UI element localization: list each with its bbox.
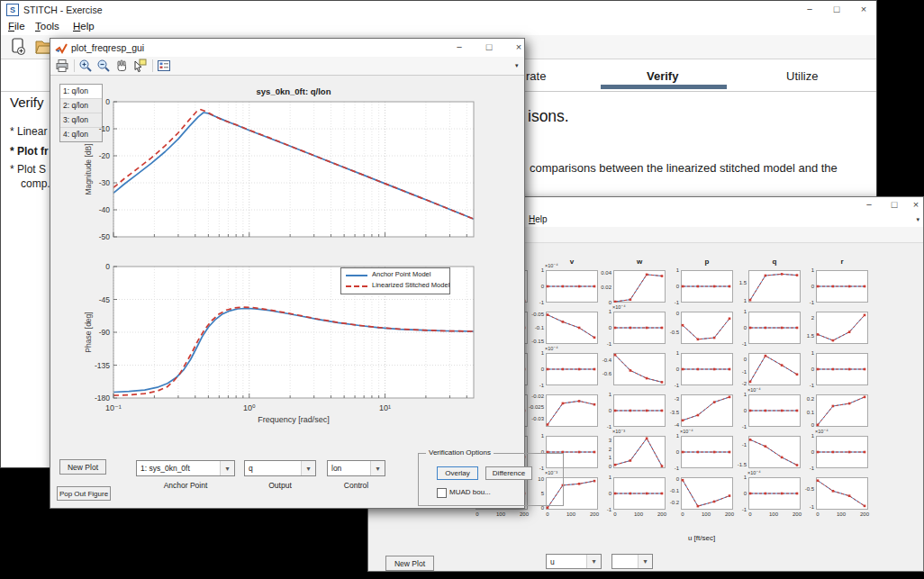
main-window-title: STITCH - Exercise bbox=[23, 5, 103, 15]
chevron-down-icon: ▾ bbox=[370, 461, 385, 475]
stitch-app-icon: S bbox=[6, 4, 19, 16]
legend-icon[interactable] bbox=[157, 59, 171, 73]
output-dropdown[interactable]: q ▾ bbox=[244, 460, 316, 476]
x-tick-label: 100 bbox=[494, 511, 508, 517]
plot-legend: Anchor Point Model Linearized Stitched M… bbox=[340, 267, 450, 294]
anchor-point-dropdown[interactable]: 1: sys_0kn_0ft ▾ bbox=[136, 460, 235, 476]
close-button[interactable]: × bbox=[506, 39, 531, 56]
menu-help[interactable]: Help bbox=[73, 21, 95, 32]
grid-x-axis-label: u [ft/sec] bbox=[639, 534, 765, 542]
svg-text:10⁻¹: 10⁻¹ bbox=[105, 403, 122, 412]
svg-text:Phase [deg]: Phase [deg] bbox=[84, 312, 93, 352]
tab-utilize[interactable]: Utilize bbox=[786, 69, 818, 83]
new-plot-button[interactable]: New Plot bbox=[385, 556, 434, 571]
close-button[interactable]: × bbox=[851, 1, 876, 18]
close-button[interactable]: × bbox=[908, 196, 924, 213]
zoom-in-icon[interactable] bbox=[78, 59, 93, 73]
toolbar-separator bbox=[74, 59, 75, 72]
bullet-marker: * bbox=[10, 145, 14, 158]
maximize-button[interactable]: □ bbox=[884, 196, 904, 213]
print-icon[interactable] bbox=[55, 59, 69, 73]
legend-label: Anchor Point Model bbox=[372, 270, 430, 278]
zoom-out-icon[interactable] bbox=[96, 59, 111, 73]
chevron-down-icon: ▾ bbox=[638, 555, 652, 568]
legend-label: Linearized Stitched Model bbox=[372, 281, 449, 289]
svg-text:10⁰: 10⁰ bbox=[243, 403, 256, 412]
x-tick-label: 100 bbox=[834, 511, 848, 517]
anchor-line-sample bbox=[346, 275, 367, 276]
muad-bounds-checkbox[interactable] bbox=[437, 488, 447, 498]
x-tick-label: 200 bbox=[857, 511, 872, 517]
sidebar-bullet: * Plot fr bbox=[10, 145, 49, 158]
minimize-button[interactable]: − bbox=[797, 1, 822, 18]
svg-text:-50: -50 bbox=[99, 232, 111, 241]
control-label: Control bbox=[327, 481, 385, 490]
main-menubar: File Tools Help bbox=[1, 19, 876, 36]
svg-text:sys_0kn_0ft: q/lon: sys_0kn_0ft: q/lon bbox=[257, 86, 331, 96]
maximize-button[interactable]: □ bbox=[824, 1, 849, 18]
svg-text:-135: -135 bbox=[95, 361, 110, 370]
matlab-figure-icon bbox=[55, 41, 68, 54]
new-model-icon[interactable] bbox=[10, 38, 28, 56]
svg-text:0: 0 bbox=[105, 97, 110, 106]
anchor-point-label: Anchor Point bbox=[136, 481, 235, 490]
x-tick-label: 100 bbox=[766, 511, 781, 517]
svg-text:Magnitude [dB]: Magnitude [dB] bbox=[84, 143, 93, 195]
svg-text:-20: -20 bbox=[99, 151, 111, 160]
svg-text:-45: -45 bbox=[99, 295, 111, 304]
minimize-button[interactable]: − bbox=[447, 39, 472, 56]
verification-options-title: Verification Options bbox=[426, 448, 494, 457]
plot-freqresp-window: plot_freqresp_gui − □ × bbox=[50, 38, 525, 509]
chevron-down-icon: ▾ bbox=[301, 461, 315, 475]
x-tick-label: 100 bbox=[564, 511, 578, 517]
x-tick-label: 0 bbox=[470, 511, 485, 517]
overlay-button[interactable]: Overlay bbox=[437, 466, 478, 480]
main-titlebar: S STITCH - Exercise − □ × bbox=[1, 1, 876, 20]
tab-generate-partial[interactable]: rate bbox=[526, 69, 546, 83]
svg-text:Frequency [rad/sec]: Frequency [rad/sec] bbox=[258, 415, 330, 424]
x-tick-label: 0 bbox=[811, 511, 825, 517]
maximize-button[interactable]: □ bbox=[476, 39, 502, 56]
bullet-marker: * bbox=[10, 163, 14, 176]
svg-text:-180: -180 bbox=[95, 394, 110, 403]
x-tick-label: 100 bbox=[631, 511, 646, 517]
toolbar-overflow-icon[interactable]: ▾ bbox=[515, 62, 519, 69]
minimize-button[interactable]: − bbox=[859, 196, 879, 213]
mini-plot: 0-0.1-0.20100200 bbox=[663, 470, 733, 520]
toolbar-overflow-icon[interactable]: ▾ bbox=[916, 216, 919, 223]
x-tick-label: 100 bbox=[699, 511, 713, 517]
svg-text:10¹: 10¹ bbox=[379, 403, 391, 412]
freqresp-toolbar: ▾ bbox=[50, 57, 524, 76]
bullet-marker: * bbox=[10, 125, 14, 138]
mini-plot: -0.5-10100200 bbox=[798, 470, 868, 520]
desktop: { "glyphs": {"minimize":"−","maximize":"… bbox=[0, 0, 924, 579]
verify-heading-fragment: isons. bbox=[528, 107, 569, 126]
freqresp-titlebar: plot_freqresp_gui − □ × bbox=[50, 39, 524, 58]
pop-out-figure-button[interactable]: Pop Out Figure bbox=[57, 486, 111, 501]
svg-text:-30: -30 bbox=[99, 178, 111, 187]
x-tick-label: 0 bbox=[608, 511, 622, 517]
pan-icon[interactable] bbox=[114, 59, 129, 73]
new-plot-button[interactable]: New Plot bbox=[59, 459, 106, 475]
data-cursor-icon[interactable] bbox=[132, 59, 147, 73]
sidebar-bullet-continuation: comp. bbox=[21, 177, 50, 190]
verification-options-group: Verification Options Overlay Difference … bbox=[418, 453, 564, 506]
x-tick-label: 0 bbox=[743, 511, 757, 517]
control-dropdown[interactable]: lon ▾ bbox=[327, 460, 385, 476]
mini-plot: 10-1×10⁻⁴0100200 bbox=[730, 470, 801, 520]
secondary-dropdown[interactable]: ▾ bbox=[611, 554, 653, 569]
toolbar-separator bbox=[152, 59, 153, 72]
active-tab-underline bbox=[601, 85, 727, 89]
menu-file[interactable]: File bbox=[8, 21, 25, 32]
bode-magnitude-plot: 0-10-20-30-40-50Magnitude [dB]sys_0kn_0f… bbox=[82, 84, 482, 244]
svg-text:0: 0 bbox=[105, 262, 110, 271]
x-variable-dropdown[interactable]: u ▾ bbox=[546, 554, 602, 569]
x-tick-label: 0 bbox=[540, 511, 555, 517]
difference-button[interactable]: Difference bbox=[485, 466, 532, 480]
menu-help[interactable]: Help bbox=[529, 214, 548, 224]
menu-tools[interactable]: Tools bbox=[35, 21, 59, 32]
sidebar-bullet: * Linear bbox=[10, 125, 47, 138]
chevron-down-icon: ▾ bbox=[586, 555, 601, 568]
sidebar-heading: Verify bbox=[10, 95, 44, 110]
tab-verify[interactable]: Verify bbox=[647, 69, 678, 83]
